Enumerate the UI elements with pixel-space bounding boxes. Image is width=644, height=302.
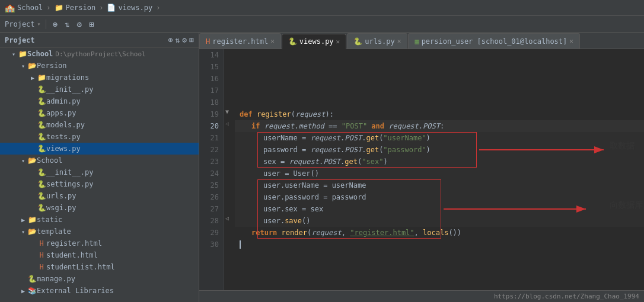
sidebar-item-persion[interactable]: ▾ 📂 Persion: [0, 60, 199, 72]
py-icon-urls: 🐍: [37, 192, 46, 200]
studentlist-html-label: studentList.html: [46, 263, 115, 271]
toolbar-sync-btn[interactable]: ⇅: [63, 18, 71, 30]
persion-label: Persion: [37, 62, 67, 70]
line-num-20: 20: [199, 120, 224, 132]
tab-register-html-icon: H: [206, 37, 210, 46]
toolbar-project-section: Project ▾: [5, 20, 41, 28]
sidebar-item-studentlist-html[interactable]: H studentList.html: [0, 261, 199, 273]
html-icon-register: H: [37, 239, 46, 248]
sidebar-item-views[interactable]: 🐍 views.py: [0, 143, 199, 155]
sidebar-layout-btn[interactable]: ⊞: [189, 36, 194, 44]
school-root-path: D:\pythonProject\School: [55, 50, 145, 58]
sidebar-item-static[interactable]: ▶ 📁 static: [0, 214, 199, 226]
sidebar-item-migrations[interactable]: ▶ 📁 migrations: [0, 72, 199, 83]
sidebar-item-student-html[interactable]: H student.html: [0, 249, 199, 261]
sidebar-item-init-persion[interactable]: 🐍 __init__.py: [0, 83, 199, 95]
tab-urls-py-icon: 🐍: [353, 37, 362, 46]
status-bar: https://blog.csdn.net/Zhang_Chao_1994: [199, 290, 644, 302]
sidebar-item-ext-libs[interactable]: ▶ 📚 External Libraries: [0, 285, 199, 297]
sidebar-settings-btn[interactable]: ⚙: [182, 36, 187, 44]
title-bar: 🏫 School › 📁 Persion › 📄 views.py ›: [0, 0, 644, 16]
tab-urls-py[interactable]: 🐍 urls.py ✕: [347, 33, 407, 49]
sidebar-item-settings[interactable]: 🐍 settings.py: [0, 178, 199, 190]
sidebar-item-school-folder[interactable]: ▾ 📂 School: [0, 155, 199, 166]
sidebar-item-urls[interactable]: 🐍 urls.py: [0, 190, 199, 202]
code-line-18: [235, 97, 644, 108]
code-line-20: if request.method == "POST" and request.…: [235, 120, 644, 132]
init-school-label: __init__.py: [46, 168, 93, 176]
school-root-label: School: [27, 50, 53, 58]
title-sep3: ›: [156, 4, 160, 12]
code-line-27: user.sex = sex: [235, 203, 644, 215]
code-line-17: [235, 85, 644, 97]
code-area[interactable]: ▼ ◁ ◁: [224, 49, 644, 290]
folder-icon-static: 📁: [27, 216, 37, 224]
folder-icon-migrations: 📁: [37, 73, 46, 82]
sidebar-sync-btn[interactable]: ⇅: [176, 36, 180, 44]
tab-register-html[interactable]: H register.html ✕: [199, 33, 281, 49]
line-num-30: 30: [199, 239, 224, 250]
tab-persion-db[interactable]: ▦ persion_user [school_01@localhost] ✕: [408, 33, 580, 49]
tab-views-py-icon: 🐍: [288, 37, 297, 46]
py-icon-init-school: 🐍: [37, 168, 46, 176]
code-line-29: return render(request, "register.html", …: [235, 227, 644, 239]
code-line-14: [235, 49, 644, 61]
register-html-label: register.html: [46, 239, 102, 248]
tab-views-py[interactable]: 🐍 views.py ✕: [282, 34, 346, 49]
tab-views-py-close[interactable]: ✕: [336, 38, 340, 46]
py-icon-tests: 🐍: [37, 133, 46, 141]
toolbar-dropdown-icon[interactable]: ▾: [37, 21, 41, 27]
sidebar-add-btn[interactable]: ⊕: [168, 36, 173, 44]
tab-register-html-close[interactable]: ✕: [270, 37, 275, 45]
html-icon-studentlist: H: [37, 263, 46, 271]
sidebar-item-models[interactable]: 🐍 models.py: [0, 119, 199, 131]
sidebar-item-manage[interactable]: 🐍 manage.py: [0, 273, 199, 285]
arrow-school-folder: ▾: [19, 158, 27, 164]
line-num-22: 22: [199, 144, 224, 156]
toolbar-add-btn[interactable]: ⊕: [51, 18, 59, 30]
arrow-persion: ▾: [19, 63, 27, 69]
py-icon-init-persion: 🐍: [37, 85, 46, 94]
tab-persion-db-label: persion_user [school_01@localhost]: [422, 37, 568, 46]
tests-label: tests.py: [46, 133, 81, 141]
sidebar-tree: ▾ 📁 School D:\pythonProject\School ▾ 📂 P…: [0, 48, 199, 302]
sidebar-item-tests[interactable]: 🐍 tests.py: [0, 131, 199, 143]
sidebar-tools: ⊕ ⇅ ⚙ ⊞: [168, 36, 194, 44]
tab-urls-py-close[interactable]: ✕: [397, 37, 401, 45]
arrow-school-root: ▾: [9, 51, 18, 57]
tab-urls-py-label: urls.py: [365, 37, 395, 46]
title-project: School: [17, 4, 43, 12]
code-line-30: [235, 239, 644, 250]
static-label: static: [37, 216, 62, 224]
manage-label: manage.py: [37, 275, 75, 283]
tab-persion-db-icon: ▦: [415, 37, 419, 46]
folder-icon-template: 📂: [27, 227, 37, 236]
py-icon-admin: 🐍: [37, 97, 46, 105]
sidebar-item-init-school[interactable]: 🐍 __init__.py: [0, 166, 199, 178]
toolbar-settings-btn[interactable]: ⚙: [75, 18, 83, 30]
sidebar-item-wsgi[interactable]: 🐍 wsgi.py: [0, 202, 199, 214]
line-num-19: 19: [199, 108, 224, 120]
sidebar-item-register-html[interactable]: H register.html: [0, 237, 199, 249]
tab-persion-db-close[interactable]: ✕: [569, 37, 573, 45]
toolbar-layout-btn[interactable]: ⊞: [87, 18, 95, 30]
py-icon-manage: 🐍: [27, 275, 37, 283]
line-num-23: 23: [199, 156, 224, 168]
arrow-migrations: ▶: [28, 75, 37, 81]
sidebar-item-admin[interactable]: 🐍 admin.py: [0, 95, 199, 107]
main-layout: Project ⊕ ⇅ ⚙ ⊞ ▾ 📁 School D:\pythonProj…: [0, 33, 644, 302]
line-num-18: 18: [199, 97, 224, 108]
toolbar: Project ▾ ⊕ ⇅ ⚙ ⊞: [0, 16, 644, 33]
admin-label: admin.py: [46, 97, 81, 105]
code-line-28: user.save(): [235, 215, 644, 227]
line-num-17: 17: [199, 85, 224, 97]
sidebar-item-template[interactable]: ▾ 📂 template: [0, 226, 199, 237]
editor-area: H register.html ✕ 🐍 views.py ✕ 🐍 urls.py…: [199, 33, 644, 302]
editor-tabs: H register.html ✕ 🐍 views.py ✕ 🐍 urls.py…: [199, 33, 644, 49]
sidebar-item-apps[interactable]: 🐍 apps.py: [0, 107, 199, 119]
sidebar-item-school-root[interactable]: ▾ 📁 School D:\pythonProject\School: [0, 48, 199, 60]
tab-views-py-label: views.py: [299, 37, 334, 46]
student-html-label: student.html: [46, 251, 98, 259]
code-line-21: userName = request.POST.get("userName"): [235, 132, 644, 144]
folder-icon-school-root: 📁: [18, 50, 27, 58]
